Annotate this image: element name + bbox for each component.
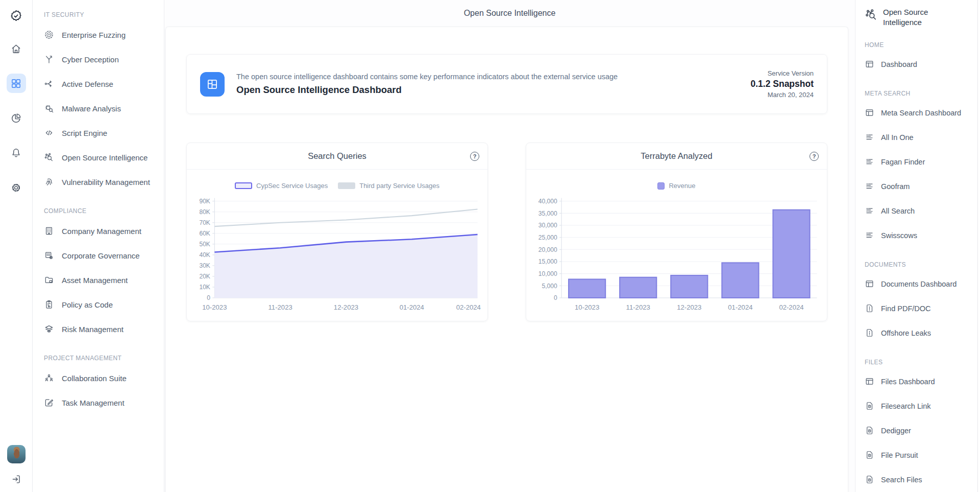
svg-text:40K: 40K [199, 251, 210, 259]
nav-item-cyber-deception[interactable]: Cyber Deception [44, 47, 159, 72]
fingerprint-icon [44, 177, 54, 187]
nav-item-company-management[interactable]: Company Management [44, 219, 159, 243]
chart-legend: CypSec Service Usages Third party Servic… [187, 182, 487, 190]
sidebar-item-swisscows[interactable]: Swisscows [865, 223, 977, 248]
sidebar-item-meta-search-dashboard[interactable]: Meta Search Dashboard [865, 101, 977, 125]
svg-text:80K: 80K [199, 208, 210, 216]
svg-text:35,000: 35,000 [538, 210, 557, 217]
nav-item-label: Script Engine [62, 129, 107, 137]
sidebar-item-search-files[interactable]: Search Files [865, 467, 977, 492]
window-layout-icon [865, 377, 874, 386]
sidebar-item-label: Files Dashboard [881, 378, 935, 386]
legend-swatch-cypsec [235, 182, 252, 189]
sidebar-item-label: Swisscows [881, 231, 917, 240]
nav-item-malware-analysis[interactable]: Malware Analysis [44, 96, 159, 121]
nav-section-it-security: IT SECURITY [44, 11, 159, 19]
sidebar-item-label: Meta Search Dashboard [881, 109, 961, 117]
sidebar-item-dedigger[interactable]: Dedigger [865, 418, 977, 443]
network-search-icon [44, 152, 54, 162]
svg-text:60K: 60K [199, 230, 210, 237]
nav-item-corporate-governance[interactable]: Corporate Governance [44, 243, 159, 268]
sidebar-item-goofram[interactable]: Goofram [865, 174, 977, 199]
nav-item-collaboration-suite[interactable]: Collaboration Suite [44, 366, 159, 390]
sidebar-item-label: Dashboard [881, 60, 917, 68]
svg-text:30,000: 30,000 [538, 222, 557, 229]
nav-item-vulnerability-management[interactable]: Vulnerability Management [44, 170, 159, 194]
bug-search-icon [44, 103, 54, 113]
logout-icon[interactable] [9, 472, 24, 487]
main-area: Open Source Intelligence The open source… [164, 0, 855, 492]
sidebar-item-offshore-leaks[interactable]: Offshore Leaks [865, 321, 977, 345]
people-group-icon [44, 373, 54, 383]
nav-item-label: Malware Analysis [62, 104, 121, 113]
sidebar-section-home: HOME [865, 41, 977, 50]
sidebar-item-filesearch-link[interactable]: Filesearch Link [865, 394, 977, 418]
sidebar-item-all-in-one[interactable]: All In One [865, 125, 977, 150]
network-search-icon [865, 8, 878, 21]
right-sidebar: Open Source Intelligence HOMEDashboardME… [855, 0, 980, 492]
home-icon[interactable] [7, 39, 26, 58]
nav-item-label: Policy as Code [62, 300, 113, 309]
page-title: Open Source Intelligence [164, 0, 855, 27]
legend-label: Third party Service Usages [359, 182, 439, 190]
svg-text:10-2023: 10-2023 [202, 303, 227, 311]
sidebar-item-label: Dedigger [881, 427, 911, 435]
list-gear-icon [44, 250, 54, 261]
charts-row: Search Queries CypSec Service Usages Thi… [186, 143, 827, 321]
svg-text:5,000: 5,000 [542, 283, 557, 290]
legend-item[interactable]: Revenue [657, 182, 695, 190]
svg-text:12-2023: 12-2023 [334, 303, 358, 311]
user-avatar[interactable] [7, 445, 26, 463]
sidebar-item-fagan-finder[interactable]: Fagan Finder [865, 150, 977, 174]
sidebar-item-files-dashboard[interactable]: Files Dashboard [865, 369, 977, 394]
nav-item-label: Corporate Governance [62, 251, 140, 260]
sidebar-item-documents-dashboard[interactable]: Documents Dashboard [865, 272, 977, 296]
svg-text:01-2024: 01-2024 [728, 303, 752, 311]
nav-item-task-management[interactable]: Task Management [44, 390, 159, 415]
nav-item-label: Open Source Intelligence [62, 153, 148, 162]
list-lines-icon [865, 132, 874, 142]
nav-item-policy-as-code[interactable]: Policy as Code [44, 292, 159, 317]
app-logo shield-check-logo-icon [8, 7, 25, 25]
pie-chart-icon[interactable] [7, 108, 26, 128]
content-card: The open source intelligence dashboard c… [165, 27, 848, 492]
nav-item-open-source-intelligence[interactable]: Open Source Intelligence [44, 145, 159, 170]
sidebar-item-find-pdf-doc[interactable]: Find PDF/DOC [865, 296, 977, 321]
right-sidebar-header: Open Source Intelligence [865, 7, 977, 28]
nav-item-enterprise-fuzzing[interactable]: Enterprise Fuzzing [44, 22, 159, 47]
svg-text:50K: 50K [199, 241, 210, 248]
sidebar-item-file-pursuit[interactable]: File Pursuit [865, 443, 977, 467]
chart-header: Terrabyte Analyzed [526, 143, 827, 170]
legend-label: CypSec Service Usages [256, 182, 328, 190]
svg-text:10-2023: 10-2023 [575, 303, 599, 311]
nav-item-label: Enterprise Fuzzing [62, 31, 126, 39]
list-lines-icon [865, 181, 874, 191]
legend-item[interactable]: CypSec Service Usages [235, 182, 328, 190]
nav-item-script-engine[interactable]: Script Engine [44, 121, 159, 145]
flow-arrows-icon [44, 79, 54, 89]
folder-icon [44, 275, 54, 285]
sidebar-item-dashboard[interactable]: Dashboard [865, 52, 977, 77]
sidebar-item-all-search[interactable]: All Search [865, 199, 977, 223]
nav-item-risk-management[interactable]: Risk Management [44, 317, 159, 341]
legend-item[interactable]: Third party Service Usages [338, 182, 439, 190]
svg-text:02-2024: 02-2024 [456, 303, 481, 311]
nav-item-active-defense[interactable]: Active Defense [44, 72, 159, 96]
bell-icon[interactable] [7, 143, 26, 162]
dashboard-grid-icon[interactable] [7, 74, 26, 93]
svg-text:70K: 70K [199, 219, 210, 226]
nav-item-label: Company Management [62, 227, 141, 236]
chart-header: Search Queries [187, 143, 487, 170]
svg-text:90K: 90K [199, 198, 210, 205]
help-icon[interactable] [470, 152, 479, 161]
sidebar-item-label: Documents Dashboard [881, 280, 957, 288]
help-icon[interactable] [810, 152, 819, 161]
nav-item-asset-management[interactable]: Asset Management [44, 268, 159, 292]
edit-square-icon [44, 397, 54, 408]
nav-section-project-management: PROJECT MANAGEMENT [44, 355, 159, 363]
chart-legend: Revenue [526, 182, 827, 190]
gear-icon[interactable] [7, 178, 26, 197]
file-box-icon [865, 475, 874, 484]
banner-title: Open Source Intelligence Dashboard [236, 84, 618, 96]
svg-text:12-2023: 12-2023 [677, 303, 701, 311]
